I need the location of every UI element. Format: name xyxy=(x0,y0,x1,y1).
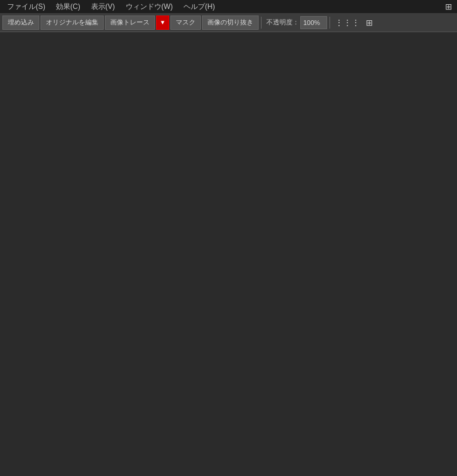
menu-help[interactable]: ヘルプ(H) xyxy=(179,1,220,13)
menu-effect[interactable]: 効果(C) xyxy=(51,1,85,13)
opacity-input[interactable] xyxy=(300,16,327,29)
opacity-label: 不透明度： xyxy=(266,18,299,27)
menubar: ファイル(S) 効果(C) 表示(V) ウィンドウ(W) ヘルプ(H) ⊞ xyxy=(0,0,457,13)
more-options-button[interactable]: ⋮⋮⋮ xyxy=(332,15,362,30)
menu-view[interactable]: 表示(V) xyxy=(86,1,120,13)
edit-original-button[interactable]: オリジナルを編集 xyxy=(41,15,104,30)
menu-file[interactable]: ファイル(S) xyxy=(2,1,50,13)
embed-button[interactable]: 埋め込み xyxy=(2,15,39,30)
image-trace-button[interactable]: 画像トレース xyxy=(105,15,155,30)
grid-icon: ⊞ xyxy=(445,2,452,11)
toolbar-separator-2 xyxy=(329,17,330,29)
toolbar: 埋め込み オリジナルを編集 画像トレース ▼ マスク 画像の切り抜き 不透明度：… xyxy=(0,13,457,32)
main-content: イラストレーター シルエット xyxy=(0,32,457,476)
menu-window[interactable]: ウィンドウ(W) xyxy=(121,1,178,13)
crop-button[interactable]: 画像の切り抜き xyxy=(202,15,259,30)
toolbar-separator xyxy=(261,17,262,29)
mask-button[interactable]: マスク xyxy=(170,15,201,30)
image-trace-dropdown-arrow[interactable]: ▼ xyxy=(156,15,169,30)
grid-view-button[interactable]: ⊞ xyxy=(363,15,375,30)
